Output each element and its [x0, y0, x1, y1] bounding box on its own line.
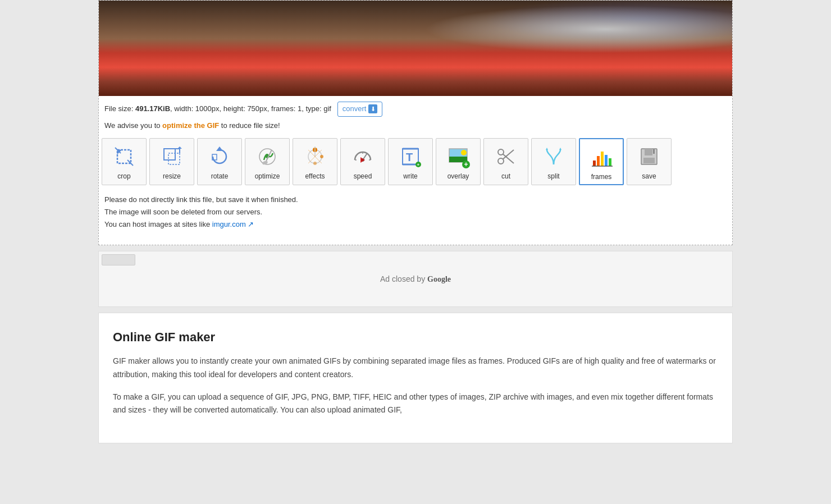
tool-rotate[interactable]: rotate: [197, 138, 242, 185]
write-icon: T +: [397, 143, 424, 170]
tool-speed[interactable]: speed: [340, 138, 385, 185]
convert-label: convert: [343, 103, 367, 115]
svg-rect-45: [593, 161, 596, 166]
download-icon: ⬇: [368, 104, 377, 113]
resize-label: resize: [163, 172, 181, 180]
advise-after: to reduce file size!: [219, 121, 280, 130]
svg-rect-5: [168, 153, 180, 164]
notice-line3-before: You can host images at sites like: [104, 220, 212, 228]
notice-line3: You can host images at sites like imgur.…: [104, 218, 727, 231]
svg-rect-48: [605, 155, 608, 166]
crop-icon: [111, 143, 138, 170]
file-size-value: 491.17KiB: [135, 104, 170, 113]
svg-text:T: T: [406, 151, 413, 163]
write-label: write: [403, 172, 417, 180]
file-info-bar: File size: 491.17KiB, width: 1000px, hei…: [99, 96, 732, 121]
section-para1: GIF maker allows you to instantly create…: [113, 355, 718, 382]
section-title: Online GIF maker: [113, 330, 718, 345]
bottom-card: Online GIF maker GIF maker allows you to…: [98, 313, 733, 443]
optimize-icon: [254, 143, 281, 170]
optimize-label: optimize: [255, 172, 280, 180]
tool-write[interactable]: T + write: [388, 138, 433, 185]
tool-cut[interactable]: cut: [483, 138, 528, 185]
page-wrapper: File size: 491.17KiB, width: 1000px, hei…: [0, 0, 831, 443]
tool-effects[interactable]: effects: [293, 138, 337, 185]
svg-text:+: +: [464, 161, 468, 168]
tool-resize[interactable]: resize: [149, 138, 194, 185]
file-size-label: File size:: [104, 104, 133, 113]
file-meta: , width: 1000px, height: 750px, frames: …: [170, 104, 331, 113]
speed-label: speed: [354, 172, 372, 180]
svg-rect-46: [597, 156, 600, 166]
notice-text: Please do not directly link this file, b…: [99, 188, 732, 233]
svg-point-17: [320, 155, 323, 158]
svg-marker-8: [177, 146, 182, 149]
tool-crop[interactable]: crop: [102, 138, 147, 185]
crop-label: crop: [117, 172, 130, 180]
overlay-label: overlay: [448, 172, 469, 180]
svg-rect-54: [653, 149, 655, 154]
svg-line-23: [363, 153, 367, 160]
tool-split[interactable]: split: [531, 138, 576, 185]
advise-text: We advise you to optimize the GIF to red…: [99, 121, 732, 135]
svg-marker-9: [216, 146, 223, 151]
svg-rect-49: [609, 158, 611, 166]
split-label: split: [547, 172, 559, 180]
convert-button[interactable]: convert ⬇: [337, 102, 383, 117]
effects-label: effects: [305, 172, 325, 180]
svg-rect-4: [164, 149, 175, 160]
svg-rect-53: [643, 158, 655, 163]
effects-icon: [302, 143, 328, 170]
main-card: File size: 491.17KiB, width: 1000px, hei…: [98, 0, 733, 245]
save-label: save: [642, 172, 656, 180]
gif-preview-image: [99, 1, 732, 96]
speed-icon: [349, 143, 376, 170]
svg-text:+: +: [417, 162, 420, 167]
imgur-link[interactable]: imgur.com ↗: [212, 220, 254, 228]
rotate-icon: [206, 143, 233, 170]
notice-line2: The image will soon be deleted from our …: [104, 206, 727, 218]
tools-row: crop resize: [99, 135, 732, 188]
optimize-link[interactable]: optimize the GIF: [162, 121, 219, 130]
ad-close-button[interactable]: [102, 254, 135, 265]
svg-point-36: [461, 150, 467, 155]
frames-label: frames: [591, 173, 612, 181]
ad-area: Ad closed by Google: [98, 251, 733, 307]
ad-text: Ad closed by Google: [380, 274, 451, 284]
svg-rect-52: [645, 149, 652, 155]
rotate-label: rotate: [211, 172, 229, 180]
overlay-icon: +: [445, 143, 472, 170]
svg-rect-47: [601, 152, 604, 166]
svg-marker-44: [559, 148, 561, 150]
frames-icon: [588, 144, 615, 171]
tool-save[interactable]: save: [627, 138, 672, 185]
svg-point-18: [313, 162, 317, 165]
svg-marker-43: [546, 148, 548, 150]
split-icon: [540, 143, 567, 170]
advise-before: We advise you to: [104, 121, 162, 130]
save-icon: [636, 143, 663, 170]
tool-frames[interactable]: frames: [579, 138, 624, 185]
tool-optimize[interactable]: optimize: [245, 138, 290, 185]
tool-overlay[interactable]: + overlay: [436, 138, 481, 185]
cut-icon: [492, 143, 519, 170]
resize-icon: [158, 143, 185, 170]
cut-label: cut: [501, 172, 510, 180]
section-para2: To make a GIF, you can upload a sequence…: [113, 391, 718, 418]
notice-line1: Please do not directly link this file, b…: [104, 194, 727, 206]
